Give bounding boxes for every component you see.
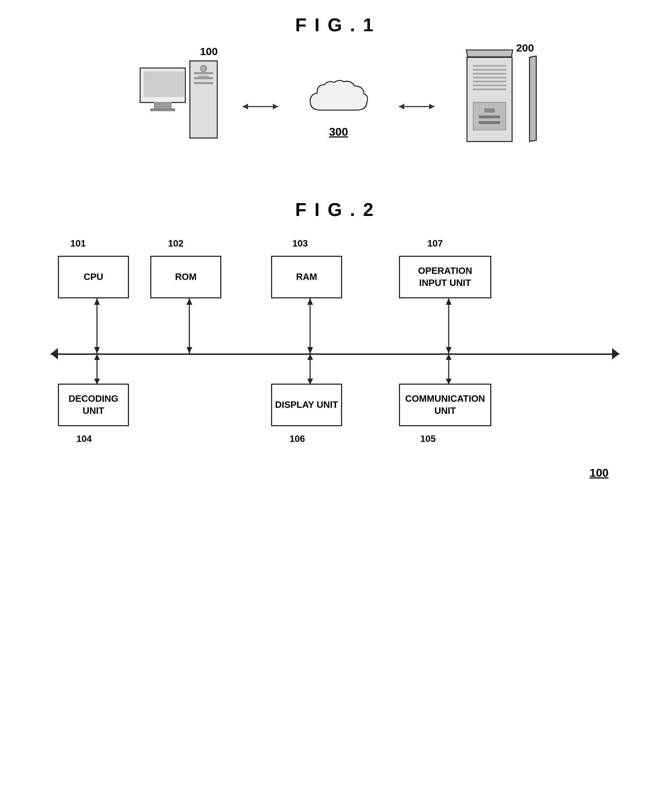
vent-3 [473, 73, 506, 74]
server-side [529, 56, 537, 142]
svg-marker-1 [243, 104, 248, 109]
arrow-svg-right [395, 100, 438, 114]
svg-marker-9 [94, 298, 100, 305]
tower-line-3 [194, 82, 213, 84]
ref-106: 106 [289, 433, 305, 444]
svg-marker-16 [307, 347, 313, 354]
rom-bus-connector [185, 298, 194, 355]
bus-line [51, 354, 619, 355]
vent-4 [473, 77, 506, 78]
arrow-left [239, 100, 282, 114]
svg-marker-21 [94, 354, 100, 360]
server-panel [473, 102, 506, 130]
bus-arrow-left [51, 348, 61, 359]
ref-101: 101 [70, 238, 86, 249]
display-unit-box: DISPLAY UNIT [271, 384, 342, 426]
tower-circle [200, 65, 207, 72]
op-input-bus-connector [445, 298, 453, 355]
vent-7 [473, 88, 506, 90]
svg-marker-15 [307, 298, 313, 305]
svg-marker-12 [186, 298, 192, 305]
bus-arrow-right [609, 348, 619, 359]
ram-box: RAM [271, 256, 342, 298]
server: 200 [459, 57, 530, 156]
cloud-network: 300 [303, 78, 374, 135]
tower-lines [194, 72, 213, 87]
svg-marker-6 [51, 348, 58, 359]
cpu-box: CPU [58, 256, 129, 298]
svg-marker-7 [612, 348, 619, 359]
tower-line-2 [194, 77, 213, 79]
server-vents [473, 65, 506, 90]
communication-unit-box: COMMUNICATION UNIT [399, 384, 491, 426]
ref-104: 104 [76, 433, 91, 444]
fig2-title: F I G . 2 [0, 199, 670, 220]
svg-marker-27 [446, 354, 452, 360]
svg-marker-18 [446, 298, 452, 305]
ref-107: 107 [427, 238, 443, 249]
svg-marker-5 [429, 104, 435, 109]
comm-bus-connector [445, 354, 453, 386]
fig2-bottom-label: 100 [590, 466, 609, 480]
cloud-svg [306, 78, 371, 124]
monitor-screen [144, 71, 184, 97]
operation-input-unit-box: OPERATION INPUT UNIT [399, 256, 491, 298]
vent-2 [473, 69, 506, 71]
rom-box: ROM [150, 256, 221, 298]
svg-marker-19 [446, 347, 452, 354]
decoding-bus-connector [93, 354, 101, 386]
ram-bus-connector [306, 298, 315, 355]
fig2-section: F I G . 2 101 102 103 107 CPU ROM RAM OP… [0, 178, 670, 483]
server-top [466, 49, 513, 57]
tower-line-1 [194, 72, 213, 74]
arrow-right [395, 100, 438, 114]
label-100: 100 [200, 46, 218, 58]
svg-marker-22 [94, 379, 100, 384]
panel-btn [484, 108, 495, 113]
fig1-diagram: 100 [0, 50, 670, 178]
fig2-diagram: 101 102 103 107 CPU ROM RAM OPERATION IN… [51, 234, 619, 483]
pc-client: 100 [140, 60, 218, 153]
svg-marker-13 [186, 347, 192, 354]
vent-6 [473, 85, 506, 86]
monitor-stand [154, 102, 172, 108]
svg-marker-2 [273, 104, 278, 109]
cpu-bus-connector [93, 298, 101, 355]
ref-105: 105 [420, 433, 435, 444]
svg-marker-28 [446, 379, 452, 384]
svg-marker-24 [307, 354, 313, 360]
panel-slot-2 [479, 121, 500, 124]
arrow-svg-left [239, 100, 282, 114]
label-300: 300 [329, 125, 348, 139]
decoding-unit-box: DECODING UNIT [58, 384, 129, 426]
server-body [467, 57, 513, 142]
svg-marker-25 [307, 379, 313, 384]
monitor-base [150, 108, 175, 111]
fig1-title: F I G . 1 [0, 14, 670, 36]
pc-tower [189, 60, 218, 139]
panel-slot [479, 115, 500, 118]
label-200: 200 [516, 42, 534, 54]
svg-marker-4 [399, 104, 404, 109]
vent-5 [473, 81, 506, 83]
svg-marker-10 [94, 347, 100, 354]
display-bus-connector [306, 354, 315, 386]
vent-1 [473, 65, 506, 67]
fig1-section: F I G . 1 100 [0, 0, 670, 178]
monitor [140, 68, 186, 103]
ref-102: 102 [168, 238, 183, 249]
ref-103: 103 [293, 238, 308, 249]
